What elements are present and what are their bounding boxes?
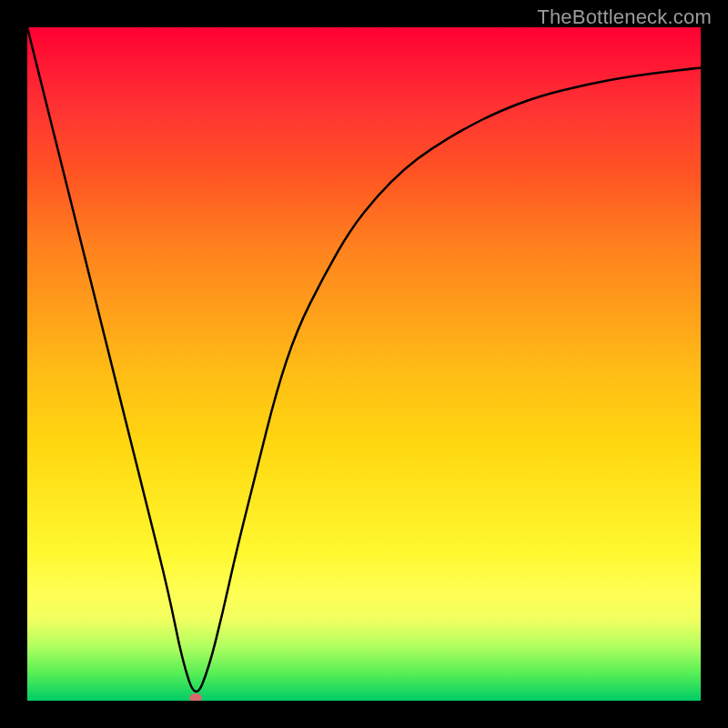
- chart-frame: TheBottleneck.com: [0, 0, 728, 728]
- plot-area: [27, 27, 701, 701]
- minimum-dot-icon: [189, 693, 202, 701]
- heat-gradient-background: [27, 27, 701, 701]
- watermark-text: TheBottleneck.com: [537, 5, 712, 29]
